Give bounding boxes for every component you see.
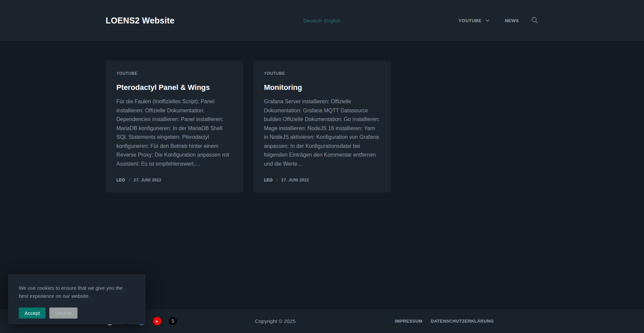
meta-separator: / — [276, 178, 278, 182]
post-excerpt: Für die Faulen (Inoffizielles Script): P… — [116, 97, 232, 168]
footer-link-datenschutz[interactable]: DATENSCHUTZERKLÄRUNG — [431, 319, 494, 324]
post-grid: YOUTUBE Pterodactyl Panel & Wings Für di… — [106, 60, 538, 192]
copyright-text: Copyright © 2025 — [255, 318, 296, 324]
lang-link-deutsch[interactable]: Deutsch — [303, 18, 322, 23]
cookie-buttons: Accept Decline — [19, 308, 135, 319]
post-date: 27. JUNI 2022 — [134, 178, 162, 182]
post-category-link[interactable]: YOUTUBE — [264, 71, 380, 76]
search-icon — [531, 16, 538, 25]
post-date: 27. JUNI 2022 — [281, 178, 309, 182]
chevron-down-icon — [486, 19, 489, 22]
meta-separator: / — [129, 178, 130, 182]
post-title-link[interactable]: Pterodactyl Panel & Wings — [116, 83, 232, 92]
search-button[interactable] — [531, 16, 538, 25]
language-switcher: Deutsch English — [303, 18, 340, 23]
post-excerpt: Grafana Server installieren: Offizielle … — [264, 97, 380, 168]
site-header: LOENS2 Website Deutsch English YOUTUBE N… — [0, 0, 644, 41]
main-nav: YOUTUBE NEWS — [459, 16, 538, 25]
post-card-pterodactyl[interactable]: YOUTUBE Pterodactyl Panel & Wings Für di… — [106, 60, 243, 192]
lang-link-english[interactable]: English — [324, 18, 340, 23]
main-content: YOUTUBE Pterodactyl Panel & Wings Für di… — [0, 41, 644, 309]
footer-link-impressum[interactable]: IMPRESSUM — [395, 319, 422, 324]
post-card-monitoring[interactable]: YOUTUBE Monitoring Grafana Server instal… — [253, 60, 391, 192]
post-author-link[interactable]: LEO — [116, 178, 125, 182]
footer-menu: IMPRESSUM DATENSCHUTZERKLÄRUNG — [395, 319, 494, 324]
youtube-icon[interactable]: ▶ — [153, 317, 161, 325]
post-category-link[interactable]: YOUTUBE — [116, 71, 232, 76]
cookie-decline-button[interactable]: Decline — [49, 308, 77, 319]
cookie-accept-button[interactable]: Accept — [19, 308, 46, 319]
post-author-link[interactable]: LEO — [264, 178, 273, 182]
cookie-message: We use cookies to ensure that we give yo… — [19, 284, 129, 300]
nav-item-youtube[interactable]: YOUTUBE — [459, 18, 489, 23]
five-logo-icon[interactable]: 5 — [169, 317, 177, 325]
cookie-consent-banner: We use cookies to ensure that we give yo… — [8, 274, 146, 324]
nav-item-news[interactable]: NEWS — [505, 18, 519, 23]
post-meta: LEO / 27. JUNI 2022 — [116, 170, 232, 182]
site-title[interactable]: LOENS2 Website — [106, 16, 174, 25]
post-title-link[interactable]: Monitoring — [264, 83, 380, 92]
post-meta: LEO / 27. JUNI 2022 — [264, 170, 380, 182]
nav-item-youtube-label: YOUTUBE — [459, 18, 482, 23]
